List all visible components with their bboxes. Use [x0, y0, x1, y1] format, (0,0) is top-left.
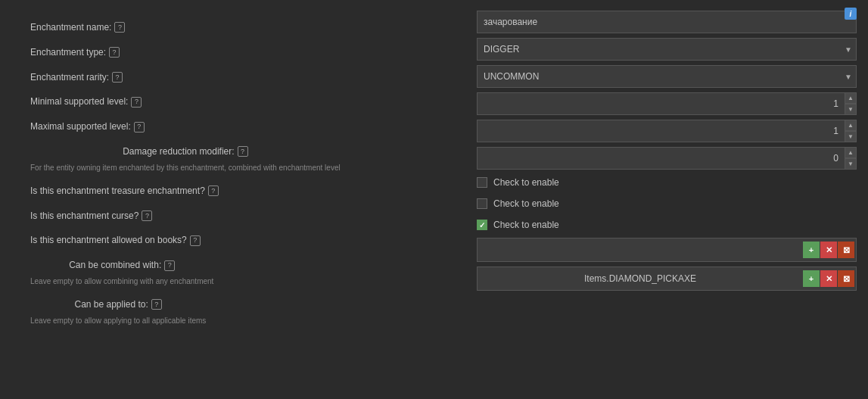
type-dropdown-wrapper: DIGGER ARMOR WEAPON TOOL ▼ [477, 38, 857, 61]
rarity-dropdown-wrapper: UNCOMMON COMMON RARE VERY_RARE ▼ [477, 65, 857, 88]
field-enchantment-type: Enchantment type: ? [30, 40, 450, 65]
minimal-level-up[interactable]: ▲ [845, 92, 857, 104]
damage-reduction-down[interactable]: ▼ [845, 158, 857, 170]
maximal-level-help[interactable]: ? [134, 122, 145, 132]
maximal-level-label: Maximal supported level: [30, 120, 131, 133]
maximal-level-down[interactable]: ▼ [845, 131, 857, 142]
minimal-level-input[interactable] [477, 92, 845, 115]
apply-list-row: Items.DIAMOND_PICKAXE + ✕ ⊠ [477, 267, 857, 291]
apply-subtext: Leave empty to allow applying to all app… [30, 316, 206, 326]
treasure-label: Is this enchantment treasure enchantment… [30, 185, 205, 198]
books-check-label: Check to enable [493, 220, 559, 230]
books-help[interactable]: ? [190, 235, 201, 246]
treasure-checkbox-row: Check to enable [477, 174, 857, 191]
apply-list-content: Items.DIAMOND_PICKAXE [478, 273, 803, 284]
treasure-check-label: Check to enable [493, 177, 559, 188]
combine-list-row: + ✕ ⊠ [477, 238, 857, 262]
combine-clear-button[interactable]: ⊠ [838, 242, 854, 258]
apply-label: Can be applied to: [74, 298, 148, 311]
field-treasure: Is this enchantment treasure enchantment… [30, 179, 450, 204]
apply-remove-button[interactable]: ✕ [820, 270, 837, 287]
curse-label: Is this enchantment curse? [30, 210, 138, 223]
enchantment-name-label: Enchantment name: [30, 21, 111, 34]
treasure-help[interactable]: ? [208, 185, 219, 196]
combine-list-input[interactable] [478, 238, 803, 261]
curse-check-label: Check to enable [493, 198, 559, 209]
minimal-level-help[interactable]: ? [131, 97, 142, 108]
field-enchantment-rarity: Enchantment rarity: ? [30, 65, 450, 90]
combine-subtext: Leave empty to allow combining with any … [30, 276, 213, 286]
apply-list-actions: + ✕ ⊠ [803, 270, 856, 287]
treasure-checkbox[interactable] [477, 177, 487, 188]
damage-reduction-spinner-buttons: ▲ ▼ [845, 147, 857, 170]
field-minimal-level: Minimal supported level: ? [30, 89, 450, 114]
minimal-level-spinner-buttons: ▲ ▼ [845, 92, 857, 115]
books-label: Is this enchantment allowed on books? [30, 234, 187, 247]
combine-remove-button[interactable]: ✕ [820, 242, 837, 258]
curse-help[interactable]: ? [142, 210, 152, 221]
enchantment-type-select[interactable]: DIGGER ARMOR WEAPON TOOL [477, 38, 857, 61]
field-books: Is this enchantment allowed on books? ? [30, 228, 450, 253]
combine-help[interactable]: ? [164, 260, 175, 271]
maximal-level-spinner: ▲ ▼ [477, 120, 857, 142]
field-curse: Is this enchantment curse? ? [30, 204, 450, 229]
damage-reduction-spinner: ▲ ▼ [477, 147, 857, 170]
enchantment-rarity-select[interactable]: UNCOMMON COMMON RARE VERY_RARE [477, 65, 857, 88]
field-combine: Can be combined with: ? Leave empty to a… [30, 253, 450, 292]
combine-label: Can be combined with: [69, 259, 161, 272]
maximal-level-input[interactable] [477, 120, 845, 142]
enchantment-name-help[interactable]: ? [114, 22, 125, 33]
left-panel: Enchantment name: ? Enchantment type: ? … [0, 0, 465, 399]
combine-list-actions: + ✕ ⊠ [803, 242, 856, 258]
damage-reduction-subtext: For the entity owning item enchanted by … [30, 163, 341, 173]
right-panel: i DIGGER ARMOR WEAPON TOOL ▼ UNCOMMON CO… [465, 0, 868, 399]
enchantment-name-input[interactable] [477, 11, 857, 33]
enchantment-rarity-label: Enchantment rarity: [30, 71, 109, 84]
damage-reduction-label: Damage reduction modifier: [123, 145, 234, 158]
minimal-level-label: Minimal supported level: [30, 95, 128, 108]
enchantment-rarity-help[interactable]: ? [112, 72, 123, 83]
field-damage-reduction: Damage reduction modifier: ? For the ent… [30, 139, 450, 179]
field-enchantment-name: Enchantment name: ? [30, 15, 450, 40]
books-checkbox-row: Check to enable [477, 217, 857, 233]
field-maximal-level: Maximal supported level: ? [30, 114, 450, 139]
curse-checkbox-row: Check to enable [477, 195, 857, 212]
damage-reduction-input[interactable] [477, 147, 845, 170]
name-field-wrapper [477, 11, 857, 33]
damage-reduction-help[interactable]: ? [238, 146, 248, 157]
books-checkbox[interactable] [477, 220, 487, 230]
damage-reduction-up[interactable]: ▲ [845, 147, 857, 158]
combine-add-button[interactable]: + [803, 242, 820, 258]
info-icon: i [845, 8, 857, 20]
minimal-level-down[interactable]: ▼ [845, 104, 857, 115]
apply-help[interactable]: ? [151, 299, 162, 310]
enchantment-type-help[interactable]: ? [109, 47, 120, 58]
minimal-level-spinner: ▲ ▼ [477, 92, 857, 115]
apply-clear-button[interactable]: ⊠ [838, 270, 854, 287]
field-apply: Can be applied to: ? Leave empty to allo… [30, 292, 450, 332]
maximal-level-spinner-buttons: ▲ ▼ [845, 120, 857, 142]
apply-item-text: Items.DIAMOND_PICKAXE [584, 273, 696, 284]
curse-checkbox[interactable] [477, 198, 487, 209]
apply-add-button[interactable]: + [803, 270, 820, 287]
maximal-level-up[interactable]: ▲ [845, 120, 857, 131]
enchantment-type-label: Enchantment type: [30, 46, 106, 59]
